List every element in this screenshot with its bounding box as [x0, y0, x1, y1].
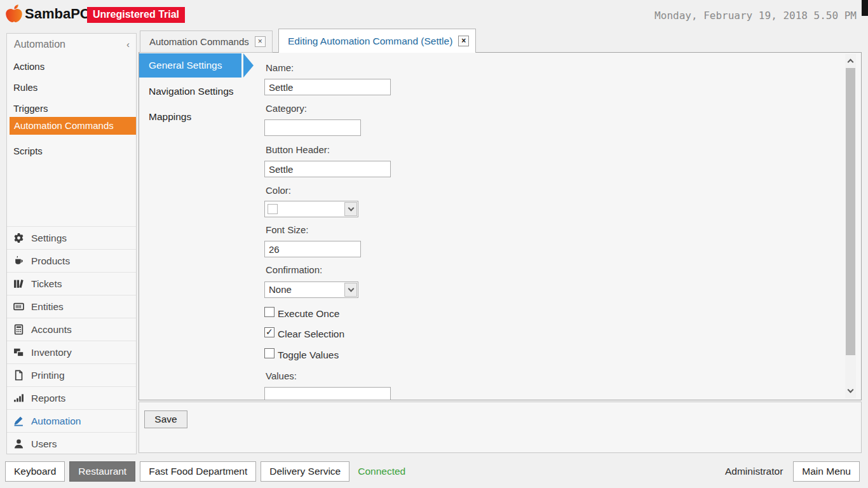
module-label: Entities [31, 301, 64, 313]
module-label: Tickets [31, 278, 62, 290]
sidebar-item-automation-commands[interactable]: Automation Commands [10, 117, 136, 135]
tab-label: Editing Automation Command (Settle) [288, 36, 452, 47]
color-label: Color: [266, 185, 291, 196]
module-label: Settings [31, 233, 67, 244]
values-label: Values: [266, 370, 297, 381]
sidebar-module-printing[interactable]: Printing [7, 363, 136, 386]
save-bar: Save [139, 402, 862, 453]
clear-selection-row: ✓ Clear Selection [264, 327, 344, 340]
execute-once-checkbox[interactable]: ✓ [264, 307, 275, 317]
calculator-icon [13, 324, 24, 335]
main-menu-button[interactable]: Main Menu [793, 461, 860, 482]
sidebar-module-users[interactable]: Users [7, 432, 136, 455]
module-label: Users [31, 438, 57, 450]
gear-icon [13, 233, 24, 243]
checkbox-label: Execute Once [278, 308, 339, 320]
sidebar-module-tickets[interactable]: Tickets [7, 272, 136, 295]
dropdown-button[interactable] [344, 283, 357, 297]
collapse-sidebar-icon[interactable]: ‹ [126, 39, 130, 50]
scroll-up-button[interactable] [845, 56, 856, 66]
save-button[interactable]: Save [144, 410, 187, 428]
name-field[interactable] [264, 79, 391, 95]
button-header-field[interactable] [264, 161, 391, 177]
sidebar-title: Automation [14, 39, 65, 50]
clear-selection-checkbox[interactable]: ✓ [264, 327, 275, 337]
confirmation-label: Confirmation: [266, 264, 322, 275]
tab-editing-automation-command[interactable]: Editing Automation Command (Settle) × [278, 29, 476, 53]
sidebar-module-products[interactable]: Products [7, 249, 136, 272]
sidebar-item-actions[interactable]: Actions [13, 60, 135, 75]
execute-once-row: ✓ Execute Once [264, 307, 339, 320]
toggle-values-checkbox[interactable]: ✓ [264, 348, 275, 358]
sidebar-module-automation[interactable]: Automation [7, 409, 136, 432]
sidebar-module-settings[interactable]: Settings [7, 226, 136, 249]
module-label: Products [31, 255, 70, 267]
logged-in-user: Administrator [725, 466, 783, 477]
section-pointer-icon [243, 53, 254, 78]
module-label: Printing [31, 370, 65, 381]
bar-chart-icon [13, 393, 24, 403]
values-field[interactable] [264, 387, 391, 400]
sidebar-module-reports[interactable]: Reports [7, 386, 136, 409]
scroll-down-button[interactable] [845, 386, 856, 396]
section-mappings[interactable]: Mappings [149, 111, 191, 126]
module-label: Automation [31, 416, 81, 427]
dropdown-value: None [269, 284, 292, 295]
module-label: Accounts [31, 324, 72, 336]
module-label: Reports [31, 393, 65, 404]
barcode-icon [13, 301, 24, 312]
connection-status: Connected [358, 466, 405, 477]
section-label: General Settings [149, 60, 222, 71]
dropdown-button[interactable] [344, 202, 357, 216]
close-tab-icon[interactable]: × [458, 36, 469, 46]
coffee-icon [13, 255, 24, 266]
chevron-up-icon [848, 59, 854, 65]
sidebar-module-accounts[interactable]: Accounts [7, 318, 136, 341]
document-icon [13, 370, 24, 381]
pen-icon [13, 416, 24, 426]
tab-label: Automation Commands [149, 36, 249, 47]
category-field[interactable] [264, 119, 361, 136]
chevron-down-icon [348, 286, 354, 292]
sidebar-module-entities[interactable]: Entities [7, 295, 136, 318]
datetime-label: Monday, February 19, 2018 5.50 PM [654, 10, 857, 22]
checkbox-label: Toggle Values [278, 349, 339, 361]
sidebar-item-scripts[interactable]: Scripts [13, 144, 135, 159]
scrollbar[interactable] [845, 54, 856, 398]
button-header-label: Button Header: [266, 144, 330, 155]
sidebar-module-inventory[interactable]: Inventory [7, 341, 136, 363]
corner-decoration [862, 0, 868, 16]
toggle-values-row: ✓ Toggle Values [264, 348, 339, 361]
color-swatch [268, 204, 278, 214]
department-button-fast-food[interactable]: Fast Food Department [140, 461, 256, 482]
tickets-icon [13, 278, 24, 289]
department-button-delivery-service[interactable]: Delivery Service [261, 461, 349, 482]
close-tab-icon[interactable]: × [255, 36, 266, 47]
department-button-restaurant[interactable]: Restaurant [69, 461, 135, 482]
trial-badge: Unregistered Trial [87, 7, 185, 23]
chevron-down-icon [348, 205, 354, 212]
confirmation-dropdown[interactable]: None [264, 281, 358, 298]
sidebar-item-triggers[interactable]: Triggers [13, 102, 135, 117]
font-size-label: Font Size: [266, 224, 309, 235]
category-label: Category: [266, 103, 307, 114]
font-size-field[interactable] [264, 241, 361, 257]
sidebar-item-rules[interactable]: Rules [13, 81, 135, 96]
top-bar: SambaPOS Unregistered Trial Monday, Febr… [0, 0, 868, 29]
name-label: Name: [266, 62, 294, 73]
sambapos-logo-icon [4, 4, 24, 24]
section-navigation-settings[interactable]: Navigation Settings [149, 86, 234, 101]
editor-panel: General Settings Navigation Settings Map… [139, 52, 862, 400]
boxes-icon [13, 347, 24, 358]
color-dropdown[interactable] [264, 201, 358, 217]
chevron-down-icon [848, 387, 854, 393]
checkbox-label: Clear Selection [278, 329, 344, 340]
check-icon: ✓ [266, 327, 273, 337]
sidebar: Automation ‹ Actions Rules Triggers Auto… [6, 33, 137, 454]
keyboard-button[interactable]: Keyboard [5, 461, 65, 482]
scrollbar-thumb[interactable] [846, 68, 855, 355]
module-label: Inventory [31, 347, 72, 358]
section-general-settings[interactable]: General Settings [139, 53, 241, 78]
tab-automation-commands[interactable]: Automation Commands × [140, 30, 273, 53]
bottom-bar: Keyboard Restaurant Fast Food Department… [0, 454, 868, 488]
